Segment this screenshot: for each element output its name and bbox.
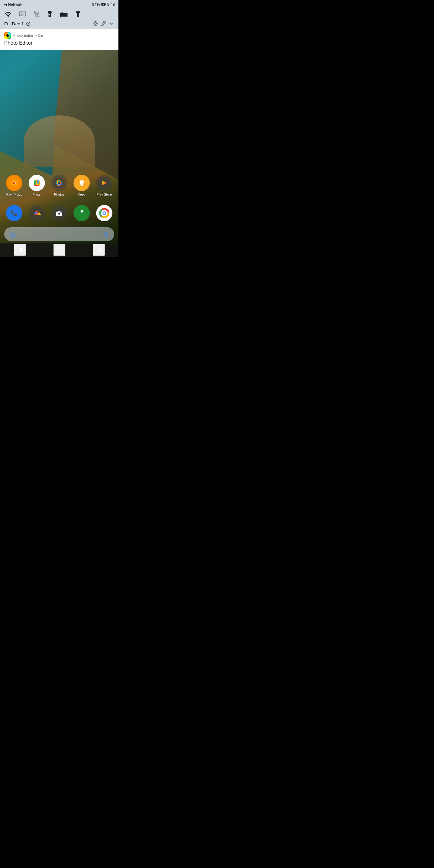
nav-bar (0, 243, 119, 257)
svg-rect-27 (58, 211, 60, 212)
recents-button[interactable] (93, 244, 105, 256)
svg-point-37 (103, 212, 105, 214)
svg-point-9 (54, 178, 64, 188)
svg-point-7 (37, 180, 39, 183)
time-label: 9:48 (107, 2, 115, 7)
cast-icon[interactable] (19, 10, 27, 18)
app-phone[interactable]: 📞 (4, 205, 25, 221)
network-label: Fi Network (4, 2, 22, 7)
svg-line-68 (27, 22, 27, 22)
svg-rect-59 (60, 13, 61, 17)
svg-point-56 (49, 14, 50, 16)
svg-text:❝: ❝ (80, 210, 84, 216)
app-play-music[interactable]: Play Music (4, 175, 25, 196)
app-row-1: Play Music Maps (0, 175, 119, 196)
svg-point-26 (59, 213, 60, 215)
qs-icons (4, 10, 114, 18)
camera-icon (51, 205, 67, 221)
triangles-icon (29, 205, 45, 221)
app-camera[interactable] (49, 205, 70, 221)
notification-title: Photo Editor (4, 40, 114, 46)
photos-label: Photos (54, 193, 64, 196)
app-news[interactable]: ❝ (71, 205, 92, 221)
svg-point-28 (61, 212, 62, 213)
svg-point-61 (61, 12, 63, 14)
flashlight2-icon[interactable] (75, 10, 82, 18)
alarm-icon (26, 21, 31, 26)
svg-line-69 (30, 22, 30, 22)
svg-marker-54 (48, 11, 52, 13)
qs-date-row: Fri, Dec 1 (4, 21, 114, 27)
svg-point-2 (13, 182, 16, 184)
app-maps[interactable]: Maps (26, 175, 47, 196)
battery-charging-icon (101, 2, 106, 7)
home-button[interactable] (53, 244, 65, 256)
photos-icon (51, 175, 67, 191)
svg-marker-63 (76, 11, 80, 13)
app-play-store[interactable]: Play Store (94, 175, 115, 196)
flashlight-off-icon[interactable] (33, 10, 40, 18)
qs-controls (93, 21, 114, 27)
svg-rect-12 (81, 184, 83, 185)
notification-card[interactable]: Photo Editor • 3m Photo Editor (0, 29, 119, 50)
svg-rect-13 (81, 185, 83, 186)
svg-marker-41 (19, 248, 22, 252)
photo-editor-app-icon (4, 32, 11, 39)
app-triangles[interactable] (26, 205, 47, 221)
svg-rect-45 (105, 4, 106, 5)
wrench-icon[interactable] (100, 21, 106, 27)
svg-rect-58 (60, 16, 67, 17)
expand-chevron-icon[interactable] (108, 21, 114, 27)
keep-label: Keep (78, 193, 86, 196)
hotel-icon[interactable] (60, 10, 68, 18)
status-bar: Fi Network 94% 9:48 (0, 0, 119, 8)
app-photos[interactable]: Photos (49, 175, 70, 196)
microphone-icon[interactable] (103, 231, 110, 237)
news-icon: ❝ (73, 205, 90, 221)
settings-gear-icon[interactable] (93, 21, 98, 27)
battery-label: 94% (92, 2, 100, 7)
svg-point-14 (81, 180, 82, 181)
app-chrome[interactable] (94, 205, 115, 221)
app-keep[interactable]: Keep (71, 175, 92, 196)
svg-point-42 (57, 247, 62, 253)
svg-point-70 (95, 23, 96, 24)
play-music-icon (6, 175, 22, 191)
svg-point-48 (7, 16, 9, 18)
date-label: Fri, Dec 1 (4, 21, 24, 26)
phone-icon: 📞 (6, 205, 22, 221)
svg-rect-62 (63, 13, 67, 14)
wifi-icon[interactable] (4, 10, 12, 18)
notification-app-name: Photo Editor (13, 33, 33, 38)
search-bar[interactable] (4, 227, 114, 241)
svg-rect-43 (97, 248, 101, 252)
svg-rect-64 (77, 13, 79, 17)
flashlight-icon[interactable] (46, 10, 53, 18)
keep-icon (73, 175, 90, 191)
notification-time: • 3m (36, 33, 43, 38)
play-store-label: Play Store (96, 193, 112, 196)
back-button[interactable] (14, 244, 26, 256)
notification-panel: Fi Network 94% 9:48 (0, 0, 119, 50)
play-store-icon (96, 175, 113, 191)
notification-header: Photo Editor • 3m (4, 32, 114, 39)
google-g-icon (9, 231, 16, 238)
app-row-2: 📞 (0, 205, 119, 221)
maps-icon (29, 175, 45, 191)
play-music-label: Play Music (6, 193, 22, 196)
svg-rect-38 (105, 232, 107, 235)
svg-rect-60 (67, 13, 67, 17)
chrome-icon (96, 205, 113, 221)
svg-text:📞: 📞 (11, 210, 18, 216)
maps-label: Maps (33, 193, 41, 196)
quick-settings: Fri, Dec 1 (0, 8, 119, 29)
